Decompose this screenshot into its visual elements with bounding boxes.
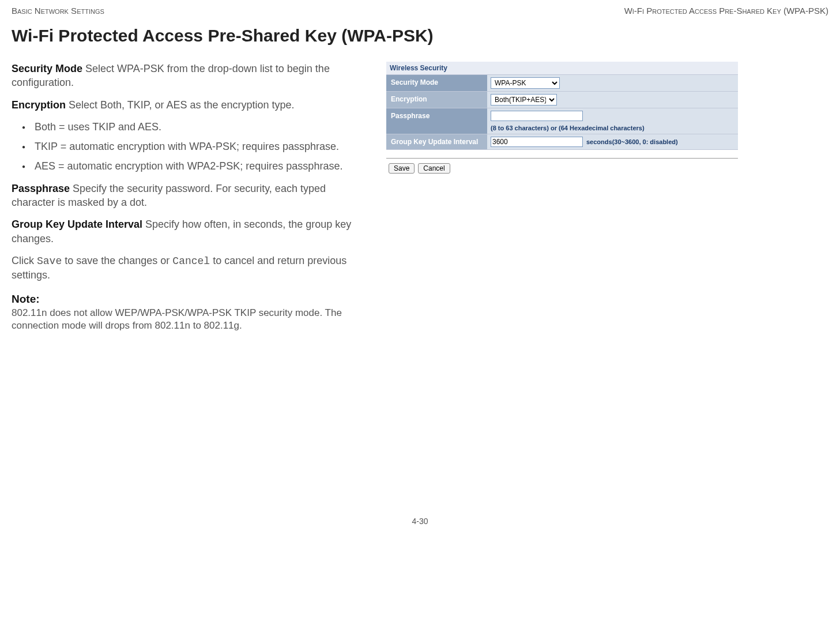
interval-hint: seconds(30~3600, 0: disabled)	[586, 138, 678, 145]
header-right: Wi-Fi Protected Access Pre-Shared Key (W…	[624, 6, 828, 16]
passphrase-term: Passphrase	[12, 183, 70, 194]
panel-divider	[386, 158, 738, 159]
label-security-mode: Security Mode	[386, 75, 487, 90]
cancel-button[interactable]: Cancel	[418, 163, 450, 174]
wireless-security-panel: Wireless Security Security Mode WPA-PSK …	[386, 62, 738, 174]
save-button[interactable]: Save	[389, 163, 415, 174]
note-label: Note:	[12, 293, 369, 306]
note-text: 802.11n does not allow WEP/WPA-PSK/WPA-P…	[12, 307, 369, 332]
save-word: Save	[37, 255, 62, 267]
security-mode-select[interactable]: WPA-PSK	[491, 77, 560, 89]
button-row: Save Cancel	[386, 163, 738, 174]
page-header: Basic Network Settings Wi-Fi Protected A…	[12, 6, 828, 16]
label-passphrase: Passphrase	[386, 108, 487, 123]
cancel-word: Cancel	[172, 255, 210, 267]
label-interval: Group Key Update Interval	[386, 134, 487, 149]
text-fragment: Click	[12, 255, 37, 266]
row-passphrase: Passphrase (8 to 63 characters) or (64 H…	[386, 108, 738, 134]
row-security-mode: Security Mode WPA-PSK	[386, 75, 738, 92]
list-item: AES = automatic encryption with WPA2-PSK…	[35, 159, 369, 173]
gkui-term: Group Key Update Interval	[12, 219, 142, 230]
row-encryption: Encryption Both(TKIP+AES)	[386, 92, 738, 108]
description-column: Security Mode Select WPA-PSK from the dr…	[12, 62, 369, 332]
security-mode-term: Security Mode	[12, 63, 82, 74]
save-cancel-paragraph: Click Save to save the changes or Cancel…	[12, 254, 369, 283]
panel-section-title: Wireless Security	[386, 62, 738, 75]
passphrase-paragraph: Passphrase Specify the security password…	[12, 182, 369, 210]
encryption-paragraph: Encryption Select Both, TKIP, or AES as …	[12, 98, 369, 112]
passphrase-hint: (8 to 63 characters) or (64 Hexadecimal …	[491, 125, 645, 131]
label-encryption: Encryption	[386, 92, 487, 107]
row-interval: Group Key Update Interval seconds(30~360…	[386, 134, 738, 150]
list-item: TKIP = automatic encryption with WPA-PSK…	[35, 140, 369, 153]
screenshot-column: Wireless Security Security Mode WPA-PSK …	[386, 62, 828, 332]
gkui-paragraph: Group Key Update Interval Specify how of…	[12, 217, 369, 246]
list-item: Both = uses TKIP and AES.	[35, 120, 369, 134]
header-left: Basic Network Settings	[12, 6, 104, 16]
page-number: 4-30	[12, 517, 828, 526]
encryption-select[interactable]: Both(TKIP+AES)	[491, 94, 557, 106]
interval-input[interactable]	[491, 137, 583, 147]
passphrase-input[interactable]	[491, 111, 583, 121]
page-title: Wi-Fi Protected Access Pre-Shared Key (W…	[12, 26, 828, 46]
text-fragment: to save the changes or	[62, 255, 172, 266]
encryption-desc: Select Both, TKIP, or AES as the encrypt…	[66, 99, 295, 111]
security-mode-paragraph: Security Mode Select WPA-PSK from the dr…	[12, 62, 369, 90]
encryption-bullet-list: Both = uses TKIP and AES. TKIP = automat…	[12, 120, 369, 174]
encryption-term: Encryption	[12, 99, 66, 111]
